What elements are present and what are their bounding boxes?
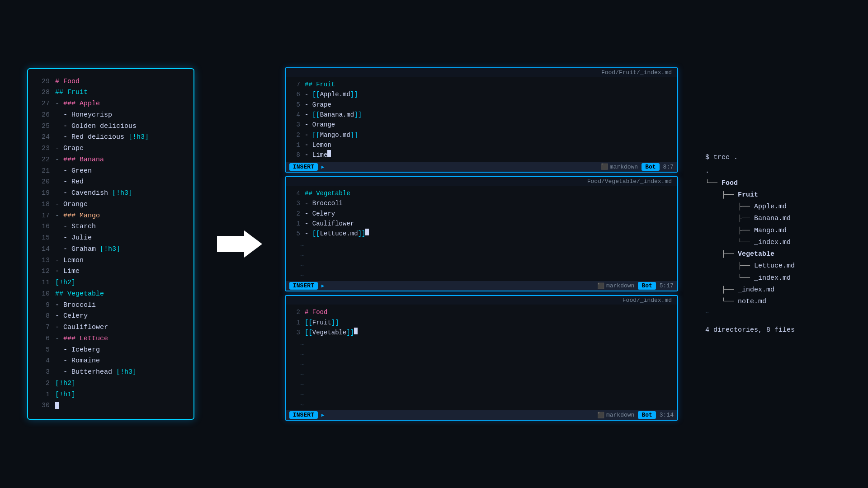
vegetable-panel-body: 4## Vegetable3- Broccoli2- Celery1- Caul… (286, 186, 677, 241)
food-statusbar: INSERT ▶ ⬛ markdown Bot 3:14 (286, 410, 677, 420)
vegetable-position: 5:17 (660, 282, 674, 289)
fruit-panel-title: Food/Fruit/_index.md (286, 68, 677, 77)
vegetable-filetype: ⬛ markdown (597, 282, 634, 290)
text-cursor (55, 402, 59, 409)
food-filetype: ⬛ markdown (597, 412, 634, 419)
tree-command: $ tree . (705, 152, 832, 164)
tree-panel: $ tree . .└── Food ├── Fruit ├── Apple.m… (696, 147, 841, 341)
vegetable-panel-title: Food/Vegetable/_index.md (286, 177, 677, 186)
tree-summary: 4 directories, 8 files (705, 324, 832, 336)
list-item: 1- Lemon (290, 140, 673, 150)
fruit-panel: Food/Fruit/_index.md 7## Fruit6- [[Apple… (285, 67, 678, 173)
table-row: 27- ### Apple (37, 99, 184, 110)
list-item: ├── Apple.md (705, 201, 832, 213)
fruit-insert-mode: INSERT (289, 163, 318, 171)
markdown-icon: ⬛ (601, 163, 608, 170)
list-item: 5- [[Lettuce.md]] (290, 229, 673, 239)
list-item: ├── Lettuce.md (705, 260, 832, 272)
fruit-bot-badge: Bot (642, 163, 659, 171)
table-row: 4 - Romaine (37, 356, 184, 367)
table-row: 10## Vegetable (37, 289, 184, 300)
food-position: 3:14 (660, 412, 674, 418)
list-item: ├── Mango.md (705, 225, 832, 237)
fruit-panel-body: 7## Fruit6- [[Apple.md]]5- Grape4- [[Ban… (286, 77, 677, 162)
left-code-lines: 29# Food28## Fruit27- ### Apple26 - Hone… (37, 76, 184, 412)
list-item: └── note.md (705, 296, 832, 308)
fruit-mode-triangle: ▶ (321, 164, 325, 170)
fruit-position: 8:7 (663, 164, 674, 170)
text-cursor (327, 150, 331, 157)
fruit-statusbar: INSERT ▶ ⬛ markdown Bot 8:7 (286, 162, 677, 172)
svg-marker-0 (217, 230, 262, 258)
list-item: 2- Celery (290, 209, 673, 219)
list-item: └── _index.md (705, 237, 832, 249)
list-item: 2# Food (290, 307, 673, 317)
text-cursor (365, 229, 369, 235)
table-row: 6- ### Lettuce (37, 333, 184, 345)
left-editor-panel: 29# Food28## Fruit27- ### Apple26 - Hone… (27, 68, 194, 420)
list-item: 3[[Vegetable]] (290, 328, 673, 338)
main-layout: 29# Food28## Fruit27- ### Apple26 - Hone… (27, 67, 841, 421)
list-item: 3- Broccoli (290, 198, 673, 208)
list-item: ├── Fruit (705, 189, 832, 201)
table-row: 3 - Butterhead [!h3] (37, 367, 184, 378)
vegetable-tildes: ~~~~ (286, 241, 677, 282)
table-row: 16 - Starch (37, 221, 184, 233)
table-row: 28## Fruit (37, 87, 184, 99)
table-row: 5 - Iceberg (37, 345, 184, 356)
arrow-container (212, 230, 267, 258)
table-row: 18- Orange (37, 199, 184, 211)
vegetable-insert-mode: INSERT (289, 282, 318, 290)
table-row: 17- ### Mango (37, 211, 184, 222)
vegetable-bot-badge: Bot (638, 282, 656, 290)
food-panel-title: Food/_index.md (286, 296, 677, 305)
vegetable-panel: Food/Vegetable/_index.md 4## Vegetable3-… (285, 176, 678, 292)
tree-body: .└── Food ├── Fruit ├── Apple.md ├── Ban… (705, 165, 832, 319)
table-row: 26 - Honeycrisp (37, 110, 184, 121)
table-row: 30 (37, 400, 184, 412)
list-item: ├── Vegetable (705, 249, 832, 260)
table-row: 22- ### Banana (37, 155, 184, 166)
table-row: 13- Lemon (37, 255, 184, 267)
food-insert-mode: INSERT (289, 411, 318, 419)
food-mode-triangle: ▶ (321, 412, 325, 418)
food-panel-body: 2# Food1[[Fruit]]3[[Vegetable]] (286, 305, 677, 339)
table-row: 7- Cauliflower (37, 322, 184, 333)
fruit-filetype: ⬛ markdown (601, 163, 638, 170)
table-row: 12- Lime (37, 266, 184, 277)
list-item: 6- [[Apple.md]] (290, 89, 673, 99)
table-row: 8- Celery (37, 311, 184, 322)
list-item: 4## Vegetable (290, 188, 673, 198)
food-tildes: ~~~~~~~ (286, 340, 677, 411)
list-item: 5- Grape (290, 100, 673, 110)
table-row: 15 - Julie (37, 233, 184, 244)
list-item: 1[[Fruit]] (290, 318, 673, 328)
table-row: 2[!h2] (37, 378, 184, 389)
table-row: 24 - Red delicious [!h3] (37, 132, 184, 143)
list-item: └── Food (705, 178, 832, 189)
table-row: 11[!h2] (37, 277, 184, 289)
middle-panels: Food/Fruit/_index.md 7## Fruit6- [[Apple… (285, 67, 678, 421)
food-bot-badge: Bot (638, 411, 656, 419)
table-row: 23- Grape (37, 143, 184, 155)
table-row: 25 - Golden delicious (37, 121, 184, 132)
table-row: 14 - Graham [!h3] (37, 244, 184, 255)
markdown-icon2: ⬛ (597, 282, 604, 290)
list-item: 8- Lime (290, 150, 673, 160)
table-row: 20 - Red (37, 177, 184, 188)
list-item: ├── Banana.md (705, 213, 832, 225)
table-row: 29# Food (37, 76, 184, 88)
arrow-icon (217, 230, 262, 258)
table-row: 1[!h1] (37, 389, 184, 401)
table-row: 19 - Cavendish [!h3] (37, 188, 184, 199)
list-item: 2- [[Mango.md]] (290, 130, 673, 140)
markdown-icon3: ⬛ (597, 412, 604, 419)
food-panel: Food/_index.md 2# Food1[[Fruit]]3[[Veget… (285, 295, 678, 421)
list-item: ├── _index.md (705, 284, 832, 296)
list-item: 3- Orange (290, 120, 673, 130)
list-item: 1- Cauliflower (290, 219, 673, 229)
vegetable-mode-triangle: ▶ (321, 283, 325, 289)
table-row: 9- Broccoli (37, 300, 184, 311)
text-cursor (354, 328, 358, 334)
vegetable-statusbar: INSERT ▶ ⬛ markdown Bot 5:17 (286, 281, 677, 291)
